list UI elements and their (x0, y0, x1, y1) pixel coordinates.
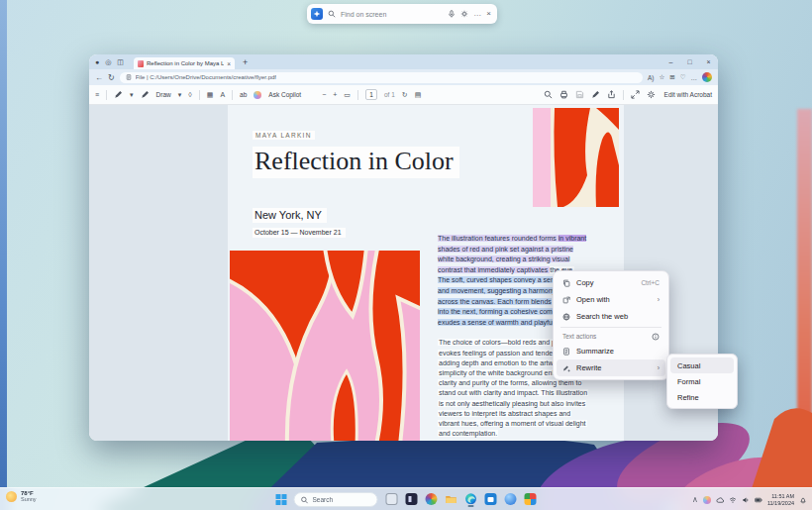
fullscreen-icon[interactable] (631, 90, 640, 99)
artwork-left (230, 251, 420, 441)
print-icon[interactable] (559, 90, 568, 99)
tray-chevron-up-icon[interactable]: ∧ (692, 496, 698, 504)
maximize-button[interactable]: □ (680, 54, 699, 69)
artwork-top-right (533, 108, 619, 207)
minimize-button[interactable]: – (661, 54, 680, 69)
zoom-in-icon[interactable]: + (333, 91, 337, 98)
browser-more-icon[interactable]: … (691, 74, 698, 81)
menu-item-open-with[interactable]: Open with › (557, 291, 665, 308)
clock[interactable]: 11:51 AM 11/19/2024 (767, 493, 794, 506)
submenu-item-casual[interactable]: Casual (670, 357, 734, 373)
chevron-right-icon: › (658, 296, 660, 303)
start-button[interactable] (276, 494, 287, 505)
menu-item-summarize[interactable]: Summarize (557, 343, 665, 359)
collections-heart-icon[interactable]: ♡ (680, 73, 686, 81)
pdf-toolbar: ≡ ▾ Draw ▾ ◊ ▦ A ab Ask Copilot − + ▭ 1 … (89, 85, 718, 105)
search-icon (328, 10, 336, 18)
find-app-icon (311, 8, 323, 20)
back-button[interactable]: ← (95, 73, 103, 82)
zoom-out-icon[interactable]: − (322, 91, 326, 98)
save-icon[interactable] (575, 90, 584, 99)
submenu-item-refine[interactable]: Refine (670, 389, 734, 405)
battery-icon[interactable] (755, 496, 762, 504)
taskbar-center: Search (276, 488, 537, 510)
highlight-pen-icon[interactable] (114, 90, 123, 99)
task-view-button[interactable] (385, 493, 398, 507)
store-app-icon[interactable] (484, 493, 497, 507)
document-title: Reflection in Color (253, 147, 459, 178)
notification-bell-icon[interactable] (799, 496, 807, 504)
taskbar-search[interactable]: Search (294, 492, 378, 507)
search-icon (301, 496, 309, 504)
pdf-search-icon[interactable] (544, 90, 553, 99)
signature-pen-icon[interactable] (591, 90, 600, 99)
menu-item-copy[interactable]: Copy Ctrl+C (557, 274, 665, 291)
page-number-input[interactable]: 1 (365, 89, 377, 100)
file-explorer-icon[interactable] (445, 493, 457, 507)
photos-app-icon[interactable] (425, 493, 438, 507)
text-size-icon[interactable]: A (220, 91, 225, 98)
find-settings-icon[interactable] (460, 10, 468, 18)
weather-condition: Sunny (21, 496, 37, 502)
draw-label[interactable]: Draw (156, 91, 171, 98)
close-button[interactable]: × (699, 54, 718, 69)
teams-app-icon[interactable] (504, 493, 517, 507)
find-on-screen-bar[interactable]: Find on screen … × (307, 4, 497, 24)
draw-pen-icon[interactable] (141, 90, 150, 99)
page-view-icon[interactable]: ▤ (415, 91, 422, 99)
address-bar: ← ↻ File | C:/Users/OneDrive/Documents/c… (89, 69, 718, 85)
new-tab-button[interactable]: + (243, 57, 248, 67)
draw-caret-icon[interactable]: ▾ (178, 91, 182, 99)
edit-with-acrobat-button[interactable]: Edit with Acrobat (664, 91, 712, 98)
fit-page-icon[interactable]: ▭ (344, 91, 351, 99)
menu-item-rewrite[interactable]: Rewrite › (557, 359, 665, 376)
edge-window: ● ◎ ◫ Reflection in Color by Maya La × +… (89, 54, 718, 441)
url-field[interactable]: File | C:/Users/OneDrive/Documents/creat… (120, 72, 643, 83)
refresh-button[interactable]: ↻ (108, 73, 115, 82)
tray-copilot-icon[interactable] (703, 496, 711, 504)
page-count-label: of 1 (384, 91, 395, 98)
ask-copilot-button[interactable]: Ask Copilot (268, 91, 301, 98)
pen-caret-icon[interactable]: ▾ (130, 91, 134, 99)
settings-gear-icon[interactable] (647, 90, 656, 99)
selected-text-line[interactable]: white background, creating a striking vi… (438, 255, 589, 265)
find-close-icon[interactable]: × (486, 10, 491, 18)
organize-pages-icon[interactable]: ▦ (207, 91, 214, 99)
selected-text-line[interactable]: The illustration features rounded forms … (438, 234, 589, 245)
wifi-icon[interactable] (729, 496, 737, 504)
browser-tab[interactable]: Reflection in Color by Maya La × (134, 57, 235, 69)
tab-actions-icon[interactable]: ◫ (117, 58, 124, 66)
pinned-app-dark[interactable] (405, 493, 418, 507)
microphone-icon[interactable] (448, 10, 456, 18)
microsoft-365-icon[interactable] (524, 493, 537, 507)
split-screen-icon[interactable]: ⊞ (669, 73, 674, 81)
share-icon[interactable] (607, 90, 616, 99)
info-icon[interactable] (652, 333, 660, 341)
copy-shortcut: Ctrl+C (641, 279, 660, 286)
workspaces-icon[interactable]: ◎ (105, 58, 111, 66)
page-icon (126, 74, 132, 80)
edge-app-icon[interactable] (464, 493, 477, 507)
profile-menu-icon[interactable]: ● (95, 58, 99, 65)
profile-avatar[interactable] (702, 72, 712, 82)
chevron-right-icon: › (658, 364, 660, 371)
selected-text-line[interactable]: shades of red and pink set against a pri… (438, 245, 589, 255)
eraser-icon[interactable]: ◊ (188, 91, 191, 98)
find-input[interactable]: Find on screen (341, 11, 443, 18)
separator (232, 90, 233, 100)
rotate-icon[interactable]: ↻ (402, 91, 408, 99)
read-aloud-icon[interactable]: A) (648, 74, 655, 81)
read-text-icon[interactable]: ab (240, 91, 247, 98)
find-more-icon[interactable]: … (473, 10, 481, 18)
menu-item-search-web[interactable]: Search the web (557, 308, 665, 325)
tab-strip: ● ◎ ◫ Reflection in Color by Maya La × +… (89, 54, 718, 69)
exhibit-location: New York, NY (253, 208, 327, 223)
onedrive-cloud-icon[interactable] (716, 496, 724, 504)
volume-icon[interactable] (742, 496, 750, 504)
weather-widget[interactable]: 78°F Sunny (6, 490, 37, 502)
date: 11/19/2024 (767, 500, 794, 507)
tab-close-icon[interactable]: × (227, 60, 231, 67)
toc-icon[interactable]: ≡ (95, 91, 99, 98)
favorites-star-icon[interactable]: ☆ (659, 73, 664, 81)
submenu-item-formal[interactable]: Formal (670, 373, 734, 389)
